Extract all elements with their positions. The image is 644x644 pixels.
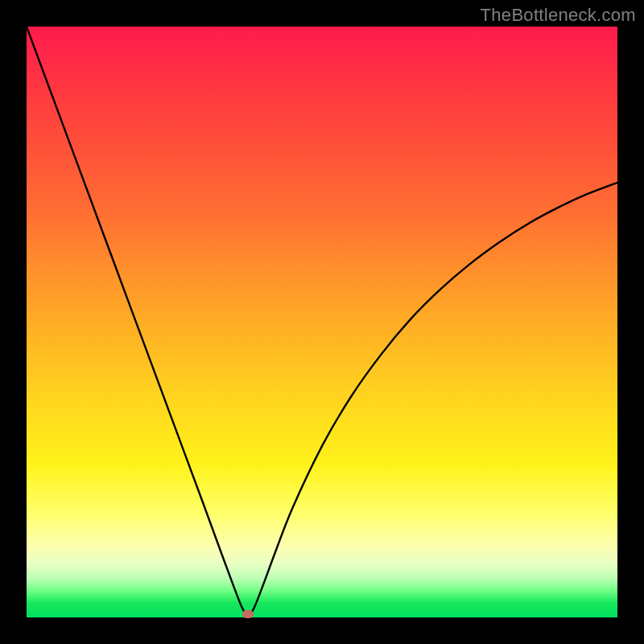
optimum-marker — [242, 610, 254, 618]
plot-area — [27, 27, 617, 617]
watermark-text: TheBottleneck.com — [481, 5, 636, 26]
bottleneck-curve — [27, 27, 617, 617]
chart-frame: TheBottleneck.com — [0, 0, 644, 644]
